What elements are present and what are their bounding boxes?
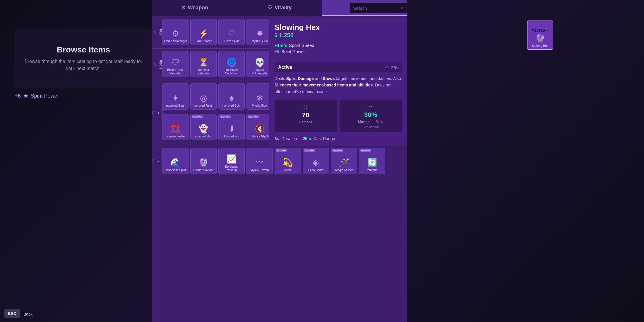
slowing-hex-preview-card[interactable]: ACTIVE 🔮 Slowing Hex <box>527 21 553 50</box>
slowing-hex-preview-container: ACTIVE 🔮 Slowing Hex <box>407 18 556 53</box>
item-silence-glyph[interactable]: ACTIVE 🔇 Silence Glyph <box>246 114 273 140</box>
item-ammo-scavenger[interactable]: ⚙ Ammo Scavenger <box>162 19 189 45</box>
ethereal-shift-name: Ethereal Shift <box>193 135 213 138</box>
bullet-resist-icon: 🛡 <box>171 57 179 67</box>
currency-icon: $ <box>275 33 277 38</box>
item-bullet-resist-shredder[interactable]: 🛡 Bullet Resist Shredder <box>162 51 189 77</box>
search-input[interactable] <box>353 6 394 11</box>
slowing-hex-preview-name: Slowing Hex <box>532 44 548 47</box>
detail-footer: 3s Duration 25m Cast Range <box>275 136 402 141</box>
tier-6200-label: ⬡ + 6,200 <box>154 148 162 175</box>
item-duration-extender[interactable]: ⏳ Duration Extender <box>190 51 217 77</box>
damage-label: Damage <box>299 120 312 124</box>
search-close-button[interactable]: × <box>401 5 404 11</box>
echo-shard-active-badge: ACTIVE <box>304 149 315 152</box>
footer-cast-range: 25m Cast Range <box>303 136 335 141</box>
item-improved-burst[interactable]: ✦ Improved Burst <box>162 83 189 110</box>
improved-reach-icon: ◎ <box>200 93 207 103</box>
browse-items-panel: Browse Items Browse through the item cat… <box>15 29 152 88</box>
torment-pulse-icon: 💢 <box>170 124 181 134</box>
magic-carpet-icon: 🪄 <box>339 158 349 167</box>
refresher-name: Refresher <box>364 168 380 172</box>
item-mystic-slow[interactable]: ❄ Mystic Slow <box>246 83 273 110</box>
item-mystic-vulnerability[interactable]: 💀 Mystic Vulnerability <box>246 51 273 77</box>
item-extra-charge[interactable]: ⚡ Extra Charge <box>190 19 217 45</box>
item-improved-cooldown[interactable]: 🌀 Improved Cooldown <box>218 51 245 77</box>
silence-glyph-icon: 🔇 <box>255 124 265 134</box>
soul-icon-1250: ⬡ <box>153 62 158 67</box>
slowing-hex-preview-icon: 🔮 <box>535 33 545 43</box>
item-refresher[interactable]: ACTIVE 🔄 Refresher <box>359 148 385 174</box>
item-torment-pulse[interactable]: 💢 Torment Pulse <box>162 114 189 140</box>
stat-spirit-value: +5 <box>275 49 280 54</box>
stat-sprint-name: Sprint Speed <box>289 43 314 48</box>
item-knockdown[interactable]: ACTIVE ⬇ Knockdown <box>218 114 245 140</box>
ammo-scavenger-icon: ⚙ <box>172 29 179 38</box>
price-plus-6200: + <box>157 160 160 162</box>
stat-box-damage: ⬡ 70 Damage <box>275 100 337 132</box>
knockdown-name: Knockdown <box>223 135 240 138</box>
detail-price-value: 1,250 <box>279 32 294 39</box>
item-improved-spirit[interactable]: ♠ Improved Spirit <box>218 83 245 110</box>
duration-label: Duration <box>282 136 297 141</box>
bullet-resist-name: Bullet Resist Shredder <box>162 68 188 75</box>
slowing-hex-active-badge: ACTIVE <box>532 28 549 33</box>
damage-value: 70 <box>302 111 309 119</box>
tab-weapon[interactable]: ⊙ Weapon <box>152 0 237 16</box>
magic-carpet-active-badge: ACTIVE <box>332 149 343 152</box>
extra-spirit-icon: ♡ <box>228 29 235 38</box>
damage-icon: ⬡ <box>303 104 308 110</box>
refresher-icon: 🔄 <box>367 158 377 167</box>
cooldown-icon: ⏱ <box>385 65 389 70</box>
improved-burst-name: Improved Burst <box>164 104 186 108</box>
weapon-icon: ⊙ <box>181 4 186 11</box>
spirit-power-value: +8 <box>15 93 21 99</box>
ammo-scavenger-name: Ammo Scavenger <box>162 40 188 43</box>
tier-1250-label: ⬡ 1,250 <box>154 51 162 78</box>
item-mystic-burst[interactable]: ✸ Mystic Burst <box>246 19 273 45</box>
item-diviners-kevlar[interactable]: 🔮 Diviner's Kevlar <box>190 148 217 174</box>
item-mystic-reverb[interactable]: 〰 Mystic Reverb <box>246 148 273 174</box>
boundless-spirit-icon: 🌊 <box>170 158 181 167</box>
item-echo-shard[interactable]: ACTIVE ◈ Echo Shard <box>303 148 329 174</box>
item-improved-reach[interactable]: ◎ Improved Reach <box>190 83 217 110</box>
item-magic-carpet[interactable]: ACTIVE 🪄 Magic Carpet <box>331 148 357 174</box>
improved-cooldown-icon: 🌀 <box>227 57 237 67</box>
desc-bold-3: Silences their movement-based items and … <box>275 83 373 87</box>
mystic-slow-name: Mystic Slow <box>251 104 269 108</box>
soul-icon-6200: ⬡ <box>152 159 156 164</box>
item-boundless-spirit[interactable]: 🌊 Boundless Spirit <box>162 148 189 174</box>
active-label: Active <box>278 65 292 70</box>
refresher-active-badge: ACTIVE <box>360 149 371 152</box>
item-ethereal-shift[interactable]: ACTIVE 👻 Ethereal Shift <box>190 114 217 140</box>
cooldown-badge: ⏱ 26s <box>385 65 398 70</box>
item-escalating-exposure[interactable]: 📈 Escalating Exposure <box>218 148 245 174</box>
tab-vitality[interactable]: ♡ Vitality <box>237 0 322 16</box>
extra-charge-icon: ⚡ <box>198 29 209 38</box>
detail-divider-1 <box>275 58 402 58</box>
duration-extender-icon: ⏳ <box>198 57 209 67</box>
cast-range-value: 25m <box>303 136 311 141</box>
improved-burst-icon: ✦ <box>172 93 179 103</box>
detail-item-title: Slowing Hex <box>275 23 320 32</box>
back-button[interactable]: Back <box>23 312 32 316</box>
price-plus-3000: + <box>157 112 160 114</box>
item-curse[interactable]: ACTIVE 💫 Curse <box>275 148 301 174</box>
duration-value: 3s <box>275 136 279 141</box>
extra-charge-name: Extra Charge <box>194 40 213 43</box>
search-bar: × <box>350 2 407 13</box>
diviners-kevlar-icon: 🔮 <box>198 158 209 167</box>
soul-icon-500: ⬡ <box>153 30 158 35</box>
item-extra-spirit[interactable]: ♡ Extra Spirit <box>218 19 245 45</box>
footer-duration: 3s Duration <box>275 136 297 141</box>
spirit-power-label: Spirit Power <box>31 93 59 99</box>
echo-shard-icon: ◈ <box>313 158 319 167</box>
desc-bold-2: Slows <box>323 76 335 81</box>
esc-button[interactable]: ESC <box>4 309 20 318</box>
tier-500-label: ⬡ 500 <box>154 19 162 46</box>
movement-icon: 〰 <box>368 104 373 110</box>
magic-carpet-name: Magic Carpet <box>334 168 354 172</box>
stat-spirit-power: +5 Spirit Power <box>275 49 402 54</box>
improved-cooldown-name: Improved Cooldown <box>219 68 244 75</box>
tier-6200-section: ⬡ + 6,200 🌊 Boundless Spirit 🔮 Diviner's… <box>152 145 407 177</box>
